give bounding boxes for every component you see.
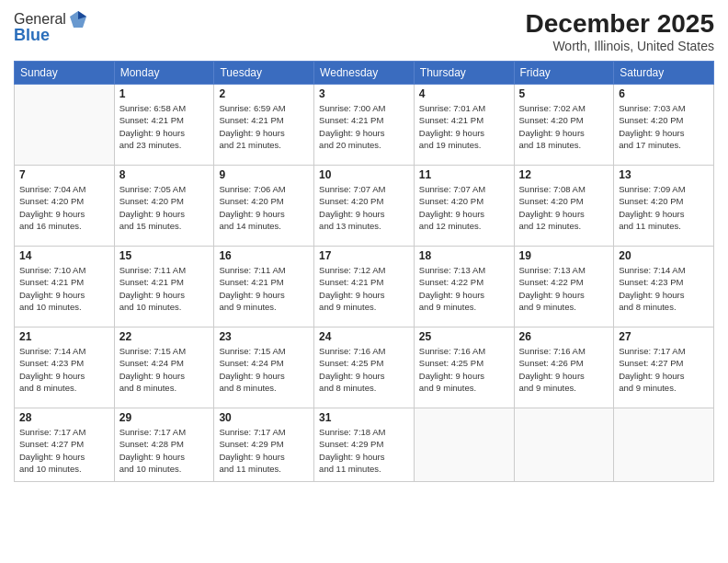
calendar-week-row: 7Sunrise: 7:04 AM Sunset: 4:20 PM Daylig… (15, 166, 714, 247)
calendar-header-row: Sunday Monday Tuesday Wednesday Thursday… (15, 62, 714, 85)
table-row: 19Sunrise: 7:13 AM Sunset: 4:22 PM Dayli… (514, 247, 614, 327)
day-number: 15 (119, 249, 210, 262)
logo: General Blue (14, 9, 88, 45)
day-info: Sunrise: 7:09 AM Sunset: 4:20 PM Dayligh… (619, 183, 709, 232)
day-info: Sunrise: 7:02 AM Sunset: 4:20 PM Dayligh… (519, 102, 609, 151)
logo-flag-icon (68, 9, 88, 29)
table-row: 29Sunrise: 7:17 AM Sunset: 4:28 PM Dayli… (114, 408, 214, 482)
day-info: Sunrise: 7:07 AM Sunset: 4:20 PM Dayligh… (419, 183, 509, 232)
table-row (414, 408, 514, 482)
day-number: 6 (619, 87, 709, 100)
day-info: Sunrise: 7:07 AM Sunset: 4:20 PM Dayligh… (319, 183, 409, 232)
day-number: 12 (519, 168, 609, 181)
day-info: Sunrise: 7:13 AM Sunset: 4:22 PM Dayligh… (419, 264, 509, 313)
day-info: Sunrise: 7:05 AM Sunset: 4:20 PM Dayligh… (119, 183, 210, 232)
day-info: Sunrise: 7:17 AM Sunset: 4:27 PM Dayligh… (619, 345, 709, 394)
day-number: 27 (619, 330, 709, 343)
col-tuesday: Tuesday (214, 62, 314, 85)
day-number: 3 (319, 87, 409, 100)
day-number: 24 (319, 330, 409, 343)
table-row: 23Sunrise: 7:15 AM Sunset: 4:24 PM Dayli… (214, 327, 314, 408)
day-info: Sunrise: 7:17 AM Sunset: 4:29 PM Dayligh… (219, 426, 309, 475)
day-info: Sunrise: 7:11 AM Sunset: 4:21 PM Dayligh… (119, 264, 210, 313)
table-row: 8Sunrise: 7:05 AM Sunset: 4:20 PM Daylig… (114, 166, 214, 247)
day-info: Sunrise: 7:17 AM Sunset: 4:27 PM Dayligh… (19, 426, 109, 475)
day-info: Sunrise: 7:14 AM Sunset: 4:23 PM Dayligh… (619, 264, 709, 313)
day-info: Sunrise: 7:01 AM Sunset: 4:21 PM Dayligh… (419, 102, 509, 151)
day-info: Sunrise: 7:12 AM Sunset: 4:21 PM Dayligh… (319, 264, 409, 313)
col-wednesday: Wednesday (314, 62, 415, 85)
table-row: 10Sunrise: 7:07 AM Sunset: 4:20 PM Dayli… (314, 166, 415, 247)
day-info: Sunrise: 7:15 AM Sunset: 4:24 PM Dayligh… (119, 345, 210, 394)
calendar-table: Sunday Monday Tuesday Wednesday Thursday… (14, 61, 714, 482)
day-info: Sunrise: 7:08 AM Sunset: 4:20 PM Dayligh… (519, 183, 609, 232)
day-number: 11 (419, 168, 509, 181)
day-info: Sunrise: 7:16 AM Sunset: 4:26 PM Dayligh… (519, 345, 609, 394)
day-info: Sunrise: 7:16 AM Sunset: 4:25 PM Dayligh… (319, 345, 409, 394)
day-info: Sunrise: 7:17 AM Sunset: 4:28 PM Dayligh… (119, 426, 210, 475)
col-saturday: Saturday (614, 62, 714, 85)
col-monday: Monday (114, 62, 214, 85)
table-row: 20Sunrise: 7:14 AM Sunset: 4:23 PM Dayli… (614, 247, 714, 327)
table-row: 30Sunrise: 7:17 AM Sunset: 4:29 PM Dayli… (214, 408, 314, 482)
day-number: 2 (219, 87, 309, 100)
table-row: 3Sunrise: 7:00 AM Sunset: 4:21 PM Daylig… (314, 85, 415, 166)
table-row: 17Sunrise: 7:12 AM Sunset: 4:21 PM Dayli… (314, 247, 415, 327)
day-number: 31 (319, 411, 409, 424)
day-number: 26 (519, 330, 609, 343)
table-row: 27Sunrise: 7:17 AM Sunset: 4:27 PM Dayli… (614, 327, 714, 408)
day-info: Sunrise: 7:15 AM Sunset: 4:24 PM Dayligh… (219, 345, 309, 394)
day-info: Sunrise: 7:16 AM Sunset: 4:25 PM Dayligh… (419, 345, 509, 394)
col-friday: Friday (514, 62, 614, 85)
day-number: 22 (119, 330, 210, 343)
day-number: 28 (19, 411, 109, 424)
table-row: 31Sunrise: 7:18 AM Sunset: 4:29 PM Dayli… (314, 408, 415, 482)
table-row: 13Sunrise: 7:09 AM Sunset: 4:20 PM Dayli… (614, 166, 714, 247)
table-row: 9Sunrise: 7:06 AM Sunset: 4:20 PM Daylig… (214, 166, 314, 247)
table-row: 15Sunrise: 7:11 AM Sunset: 4:21 PM Dayli… (114, 247, 214, 327)
calendar-week-row: 21Sunrise: 7:14 AM Sunset: 4:23 PM Dayli… (15, 327, 714, 408)
month-title: December 2025 (526, 9, 714, 39)
day-info: Sunrise: 6:59 AM Sunset: 4:21 PM Dayligh… (219, 102, 309, 151)
day-number: 9 (219, 168, 309, 181)
day-number: 16 (219, 249, 309, 262)
day-number: 4 (419, 87, 509, 100)
table-row: 7Sunrise: 7:04 AM Sunset: 4:20 PM Daylig… (15, 166, 115, 247)
day-number: 17 (319, 249, 409, 262)
day-info: Sunrise: 6:58 AM Sunset: 4:21 PM Dayligh… (119, 102, 210, 151)
table-row: 21Sunrise: 7:14 AM Sunset: 4:23 PM Dayli… (15, 327, 115, 408)
title-block: December 2025 Worth, Illinois, United St… (526, 9, 714, 53)
day-info: Sunrise: 7:11 AM Sunset: 4:21 PM Dayligh… (219, 264, 309, 313)
table-row: 11Sunrise: 7:07 AM Sunset: 4:20 PM Dayli… (414, 166, 514, 247)
table-row: 28Sunrise: 7:17 AM Sunset: 4:27 PM Dayli… (15, 408, 115, 482)
page-header: General Blue December 2025 Worth, Illino… (14, 9, 714, 53)
col-thursday: Thursday (414, 62, 514, 85)
day-info: Sunrise: 7:06 AM Sunset: 4:20 PM Dayligh… (219, 183, 309, 232)
day-number: 19 (519, 249, 609, 262)
day-info: Sunrise: 7:13 AM Sunset: 4:22 PM Dayligh… (519, 264, 609, 313)
day-info: Sunrise: 7:03 AM Sunset: 4:20 PM Dayligh… (619, 102, 709, 151)
day-number: 5 (519, 87, 609, 100)
day-info: Sunrise: 7:14 AM Sunset: 4:23 PM Dayligh… (19, 345, 109, 394)
table-row: 14Sunrise: 7:10 AM Sunset: 4:21 PM Dayli… (15, 247, 115, 327)
main-container: General Blue December 2025 Worth, Illino… (0, 0, 728, 563)
col-sunday: Sunday (15, 62, 115, 85)
day-number: 25 (419, 330, 509, 343)
table-row: 18Sunrise: 7:13 AM Sunset: 4:22 PM Dayli… (414, 247, 514, 327)
day-number: 7 (19, 168, 109, 181)
table-row (614, 408, 714, 482)
table-row: 1Sunrise: 6:58 AM Sunset: 4:21 PM Daylig… (114, 85, 214, 166)
day-number: 8 (119, 168, 210, 181)
day-number: 10 (319, 168, 409, 181)
table-row: 22Sunrise: 7:15 AM Sunset: 4:24 PM Dayli… (114, 327, 214, 408)
day-info: Sunrise: 7:00 AM Sunset: 4:21 PM Dayligh… (319, 102, 409, 151)
table-row: 26Sunrise: 7:16 AM Sunset: 4:26 PM Dayli… (514, 327, 614, 408)
table-row: 25Sunrise: 7:16 AM Sunset: 4:25 PM Dayli… (414, 327, 514, 408)
table-row (514, 408, 614, 482)
day-number: 29 (119, 411, 210, 424)
table-row: 4Sunrise: 7:01 AM Sunset: 4:21 PM Daylig… (414, 85, 514, 166)
day-info: Sunrise: 7:18 AM Sunset: 4:29 PM Dayligh… (319, 426, 409, 475)
table-row: 16Sunrise: 7:11 AM Sunset: 4:21 PM Dayli… (214, 247, 314, 327)
location-text: Worth, Illinois, United States (526, 39, 714, 53)
day-number: 30 (219, 411, 309, 424)
